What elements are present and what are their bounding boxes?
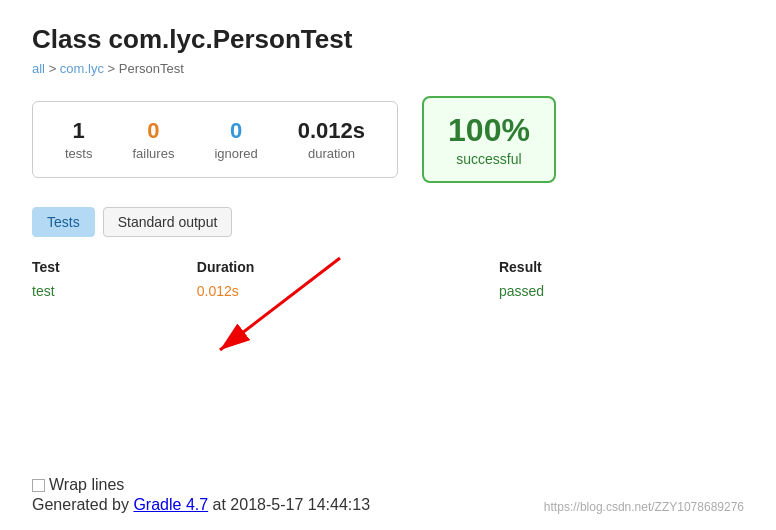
gradle-link[interactable]: Gradle 4.7 — [133, 496, 208, 513]
stat-duration: 0.012s duration — [298, 118, 365, 161]
success-box: 100% successful — [422, 96, 556, 183]
breadcrumb-all-link[interactable]: all — [32, 61, 45, 76]
stat-failures: 0 failures — [132, 118, 174, 161]
success-label: successful — [448, 151, 530, 167]
success-percent: 100% — [448, 112, 530, 149]
wrap-lines-label: Wrap lines — [49, 476, 124, 494]
stat-failures-value: 0 — [132, 118, 174, 144]
stats-row: 1 tests 0 failures 0 ignored 0.012s dura… — [32, 96, 744, 183]
stat-duration-label: duration — [298, 146, 365, 161]
stat-ignored-label: ignored — [214, 146, 257, 161]
page-title: Class com.lyc.PersonTest — [32, 24, 744, 55]
footer-watermark: https://blog.csdn.net/ZZY1078689276 — [544, 500, 744, 514]
stat-tests-value: 1 — [65, 118, 92, 144]
results-table: Test Duration Result test 0.012s passed — [32, 255, 744, 303]
breadcrumb-persontest: PersonTest — [119, 61, 184, 76]
cell-test-result: passed — [499, 279, 744, 303]
stat-tests-label: tests — [65, 146, 92, 161]
col-header-test: Test — [32, 255, 197, 279]
stat-ignored: 0 ignored — [214, 118, 257, 161]
stat-failures-label: failures — [132, 146, 174, 161]
wrap-lines-checkbox[interactable] — [32, 479, 45, 492]
stat-duration-value: 0.012s — [298, 118, 365, 144]
tab-tests[interactable]: Tests — [32, 207, 95, 237]
generated-text: Generated by — [32, 496, 133, 513]
generated-by: Generated by Gradle 4.7 at 2018-5-17 14:… — [32, 496, 370, 514]
breadcrumb-sep1: > — [49, 61, 60, 76]
tabs-row: Tests Standard output — [32, 207, 744, 237]
stats-box: 1 tests 0 failures 0 ignored 0.012s dura… — [32, 101, 398, 178]
wrap-lines-container: Wrap lines — [32, 476, 370, 494]
stat-tests: 1 tests — [65, 118, 92, 161]
stat-ignored-value: 0 — [214, 118, 257, 144]
main-content: Class com.lyc.PersonTest all > com.lyc >… — [0, 0, 776, 327]
table-row: test 0.012s passed — [32, 279, 744, 303]
footer-left: Wrap lines Generated by Gradle 4.7 at 20… — [32, 476, 370, 514]
generated-suffix: at 2018-5-17 14:44:13 — [208, 496, 370, 513]
cell-test-duration: 0.012s — [197, 279, 499, 303]
col-header-duration: Duration — [197, 255, 499, 279]
cell-test-name[interactable]: test — [32, 279, 197, 303]
tab-standard-output[interactable]: Standard output — [103, 207, 233, 237]
table-header-row: Test Duration Result — [32, 255, 744, 279]
footer: Wrap lines Generated by Gradle 4.7 at 20… — [32, 476, 744, 514]
breadcrumb-sep2: > — [108, 61, 119, 76]
col-header-result: Result — [499, 255, 744, 279]
breadcrumb: all > com.lyc > PersonTest — [32, 61, 744, 76]
breadcrumb-comlyc-link[interactable]: com.lyc — [60, 61, 104, 76]
